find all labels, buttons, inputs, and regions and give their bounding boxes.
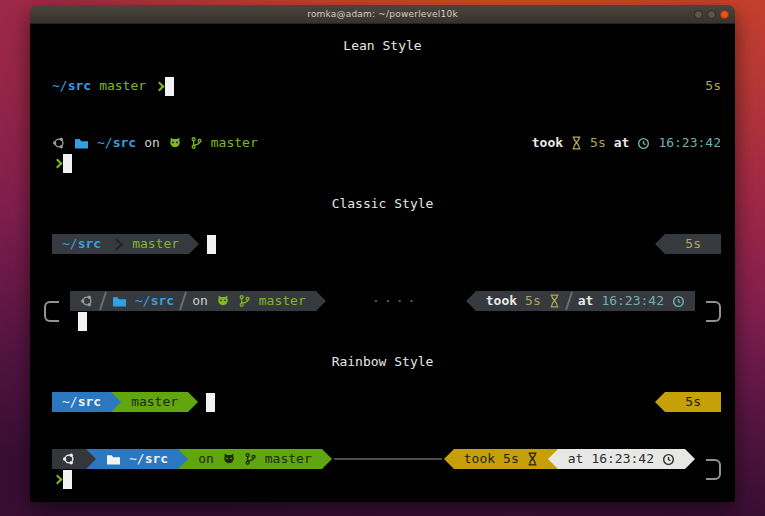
git-branch: master [259, 291, 306, 311]
terminal-cursor [63, 470, 72, 489]
git-branch-icon [238, 294, 251, 308]
git-branch: master [99, 76, 146, 96]
took-label: took [486, 291, 517, 311]
classic-left-segment: ~/src master [52, 234, 189, 254]
slash-separator [99, 292, 107, 310]
at-label: at [568, 449, 584, 469]
powerline-arrow-right [685, 449, 695, 469]
current-directory: ~/src [52, 76, 91, 96]
classic-status-segment: took 5s at 16:23:42 [476, 291, 695, 311]
slash-separator [565, 292, 573, 310]
rainbow-branch-segment: on master [178, 449, 322, 469]
classic-single-line-prompt: ~/src master 5s [52, 234, 721, 254]
lean-two-line-prompt-top: ~/src on master took 5s at [52, 133, 721, 153]
ubuntu-icon [52, 136, 66, 150]
section-heading-classic: Classic Style [44, 194, 721, 214]
clock-icon [662, 453, 675, 466]
hourglass-icon [527, 452, 538, 466]
window-controls [694, 5, 729, 23]
powerline-arrow-left [444, 449, 454, 469]
terminal-window: romka@adam: ~/powerlevel10k Lean Style ~… [30, 5, 735, 502]
powerline-arrow-right [316, 291, 326, 311]
git-branch: master [265, 449, 312, 469]
folder-icon [106, 453, 121, 466]
titlebar[interactable]: romka@adam: ~/powerlevel10k [30, 5, 735, 24]
classic-two-line-top: ~/src on master ·· [70, 291, 695, 311]
folder-icon [74, 137, 89, 150]
prompt-frame-right [706, 301, 721, 322]
command-duration: 5s [685, 234, 701, 254]
git-branch: master [211, 133, 258, 153]
command-duration: 5s [503, 449, 519, 469]
powerline-arrow-right [178, 449, 188, 469]
git-branch: master [131, 392, 178, 412]
window-title: romka@adam: ~/powerlevel10k [307, 9, 458, 19]
gap-dots: ···· [326, 291, 466, 311]
prompt-char-icon [155, 81, 165, 91]
minimize-button[interactable] [694, 10, 703, 19]
desktop-background: romka@adam: ~/powerlevel10k Lean Style ~… [0, 0, 765, 516]
on-label: on [198, 449, 214, 469]
current-directory: ~/src [129, 449, 168, 469]
folder-icon [112, 295, 127, 308]
github-octocat-icon [216, 294, 230, 308]
on-label: on [144, 133, 160, 153]
chevron-separator [110, 238, 123, 251]
rainbow-two-line-prompt: ~/src on master [44, 449, 721, 489]
section-heading-rainbow: Rainbow Style [44, 352, 721, 372]
close-button[interactable] [720, 10, 729, 19]
github-octocat-icon [168, 136, 182, 150]
powerline-arrow-right [322, 449, 332, 469]
classic-context-segment: ~/src on master [70, 291, 316, 311]
command-duration: 5s [685, 392, 701, 412]
rainbow-dir-segment: ~/src [52, 392, 111, 412]
rainbow-dir-segment: ~/src [86, 449, 178, 469]
hourglass-icon [549, 294, 560, 308]
terminal-content[interactable]: Lean Style ~/src master 5s ~/src on [30, 24, 735, 502]
on-label: on [192, 291, 208, 311]
took-label: took [532, 133, 563, 153]
terminal-cursor [207, 235, 216, 254]
git-branch: master [132, 234, 179, 254]
prompt-char-icon [53, 474, 63, 484]
lean-two-line-prompt-bottom [52, 153, 721, 173]
github-octocat-icon [222, 452, 236, 466]
rainbow-duration-segment: 5s [665, 392, 721, 412]
rainbow-two-line-bottom [52, 469, 695, 489]
classic-two-line-bottom [70, 311, 695, 331]
hourglass-icon [571, 136, 582, 150]
command-duration: 5s [590, 133, 606, 153]
powerline-arrow-right [86, 449, 96, 469]
powerline-arrow-right [188, 392, 198, 412]
ubuntu-icon [80, 294, 94, 308]
terminal-cursor [63, 154, 72, 173]
current-time: 16:23:42 [658, 133, 721, 153]
ubuntu-icon [62, 452, 76, 466]
rainbow-single-line-prompt: ~/src master 5s [52, 392, 721, 412]
section-heading-lean: Lean Style [44, 36, 721, 56]
prompt-connector-line [334, 458, 442, 460]
clock-icon [672, 295, 685, 308]
powerline-arrow-right [189, 234, 199, 254]
rainbow-duration-segment: took 5s [454, 449, 558, 469]
git-branch-icon [244, 452, 257, 466]
classic-duration-segment: 5s [665, 234, 721, 254]
at-label: at [614, 133, 630, 153]
at-label: at [578, 291, 594, 311]
powerline-arrow-left [655, 234, 665, 254]
current-directory: ~/src [135, 291, 174, 311]
powerline-arrow-left [548, 449, 558, 469]
powerline-arrow-left [655, 392, 665, 412]
git-branch-icon [190, 136, 203, 150]
classic-two-line-prompt: ~/src on master ·· [44, 291, 721, 331]
prompt-frame-right [706, 459, 721, 480]
current-time: 16:23:42 [591, 449, 654, 469]
lean-single-line-prompt: ~/src master 5s [52, 76, 721, 96]
maximize-button[interactable] [707, 10, 716, 19]
terminal-cursor [78, 312, 87, 331]
powerline-arrow-left [466, 291, 476, 311]
current-directory: ~/src [62, 234, 101, 254]
current-directory: ~/src [62, 392, 101, 412]
slash-separator [179, 292, 187, 310]
powerline-arrow-right [111, 392, 121, 412]
